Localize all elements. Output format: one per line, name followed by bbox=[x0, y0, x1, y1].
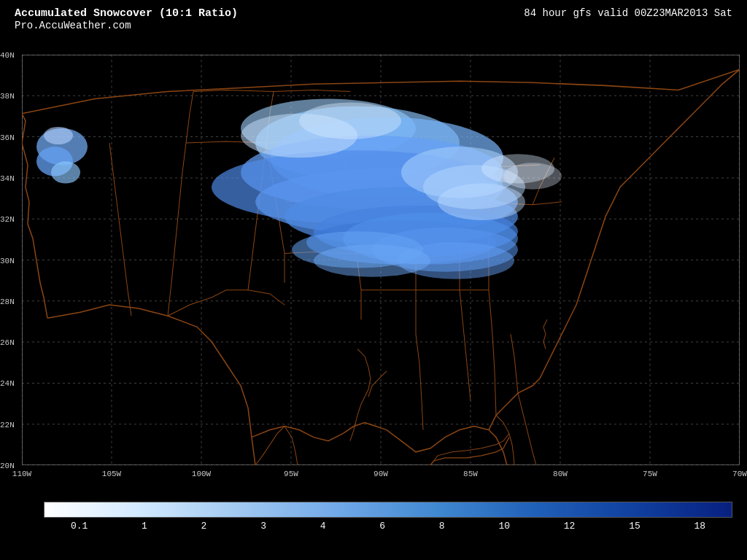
scale-labels: 0.1 1 2 3 4 6 8 10 12 15 18 bbox=[44, 521, 732, 532]
lat-label-28n: 28N bbox=[0, 298, 15, 306]
lon-label-90w: 90W bbox=[374, 470, 388, 478]
lat-label-24n: 24N bbox=[0, 379, 15, 388]
header-left: Accumulated Snowcover (10:1 Ratio) Pro.A… bbox=[15, 7, 238, 31]
svg-point-41 bbox=[438, 184, 525, 220]
lat-label-40n: 40N bbox=[0, 51, 15, 60]
lon-label-70w: 70W bbox=[732, 470, 747, 478]
lat-label-32n: 32N bbox=[0, 215, 15, 224]
scale-value-15: 15 bbox=[629, 521, 640, 532]
scale-bar bbox=[44, 502, 732, 518]
forecast-info: 84 hour gfs valid 00Z23MAR2013 Sat bbox=[524, 7, 732, 19]
scale-value-3: 3 bbox=[260, 521, 266, 532]
lat-label-22n: 22N bbox=[0, 421, 15, 429]
scale-value-6: 6 bbox=[379, 521, 385, 532]
scale-value-18: 18 bbox=[694, 521, 705, 532]
map-subtitle: Pro.AccuWeather.com bbox=[15, 20, 238, 31]
lat-label-38n: 38N bbox=[0, 92, 15, 101]
svg-point-23 bbox=[44, 127, 73, 144]
lon-label-85w: 85W bbox=[463, 470, 478, 478]
scale-value-10: 10 bbox=[498, 521, 510, 532]
lon-label-75w: 75W bbox=[643, 470, 657, 478]
scale-value-01: 0.1 bbox=[71, 521, 88, 532]
lat-label-30n: 30N bbox=[0, 257, 15, 265]
lon-label-110w: 110W bbox=[12, 470, 31, 478]
svg-point-37 bbox=[314, 244, 430, 276]
map-svg bbox=[22, 55, 740, 465]
svg-point-44 bbox=[503, 163, 562, 189]
lon-label-105w: 105W bbox=[102, 470, 121, 478]
map-title: Accumulated Snowcover (10:1 Ratio) bbox=[15, 7, 238, 20]
scale-value-4: 4 bbox=[320, 521, 326, 532]
main-container: Accumulated Snowcover (10:1 Ratio) Pro.A… bbox=[0, 0, 747, 560]
lon-label-100w: 100W bbox=[192, 470, 211, 478]
lon-label-95w: 95W bbox=[284, 470, 298, 478]
header: Accumulated Snowcover (10:1 Ratio) Pro.A… bbox=[0, 7, 747, 31]
lat-label-26n: 26N bbox=[0, 338, 15, 347]
svg-point-42 bbox=[299, 103, 401, 139]
lon-label-80w: 80W bbox=[553, 470, 568, 478]
svg-point-22 bbox=[51, 161, 80, 183]
scale-value-12: 12 bbox=[564, 521, 576, 532]
lat-label-36n: 36N bbox=[0, 133, 15, 142]
scale-value-2: 2 bbox=[201, 521, 207, 532]
scale-value-1: 1 bbox=[142, 521, 147, 532]
scale-value-8: 8 bbox=[439, 521, 445, 532]
map-area: 40N 38N 36N 34N 32N 30N 28N 26N 24N 22N … bbox=[22, 55, 740, 465]
lat-label-34n: 34N bbox=[0, 174, 15, 183]
color-scale: 0.1 1 2 3 4 6 8 10 12 15 18 bbox=[44, 502, 732, 538]
